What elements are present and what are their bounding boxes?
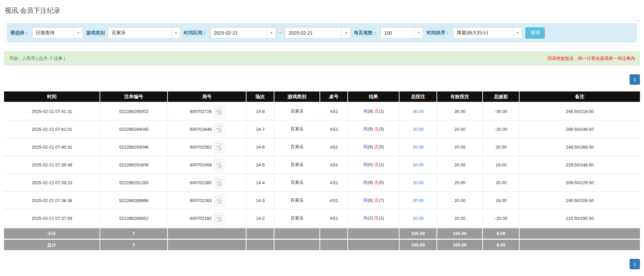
cell-round-no: 600702263 [168, 192, 247, 209]
page-size-label: 每页笔数： [354, 30, 377, 36]
video-replay-button[interactable] [214, 123, 224, 135]
cell-time: 2025-02-21 07:41:01 [4, 120, 100, 138]
page-size-dropdown[interactable]: 100 ▼ [380, 27, 423, 39]
video-file-icon [216, 143, 222, 151]
total-bet-link[interactable]: 20.00 [413, 127, 424, 132]
cell-payout: 19.00 [483, 192, 520, 209]
grand-total-count: 7 [100, 239, 168, 250]
cell-total-bet: 20.00 [400, 209, 437, 227]
chevron-down-icon: ▼ [513, 28, 522, 38]
time-sort-dropdown[interactable]: 降冪(由大到小) ▼ [453, 27, 522, 39]
chevron-down-icon: ▼ [341, 28, 350, 38]
cell-payout: 19.00 [483, 156, 520, 174]
cell-result: 闲(8) 庄(5) [348, 174, 400, 192]
table-row: 2025-02-21 07:41:31 522286295002 6007027… [4, 103, 640, 120]
video-file-icon [216, 196, 222, 204]
banker-result-label: 庄 [374, 180, 379, 185]
cell-time: 2025-02-21 07:37:59 [4, 209, 100, 227]
cell-payout: 20.00 [483, 174, 520, 192]
select-type-label: 请选择： [10, 30, 29, 36]
date-range-label: 时间区间： [184, 30, 207, 36]
cell-time: 2025-02-21 07:39:49 [4, 156, 100, 174]
cell-remark: 210.50/190.50 [520, 209, 640, 227]
query-type-dropdown[interactable]: 日期查询 ▼ [32, 27, 83, 39]
cell-game-type: 百家乐 [274, 120, 320, 138]
header-bet-no: 注单编号 [100, 91, 168, 103]
subtotal-count: 7 [100, 227, 168, 239]
video-replay-button[interactable] [214, 105, 224, 118]
cell-total-bet: 30.00 [400, 103, 437, 120]
cell-time: 2025-02-21 07:40:31 [4, 138, 100, 156]
cell-total-bet: 20.00 [400, 138, 437, 156]
cell-payout: -20.00 [483, 120, 520, 138]
cell-game-type: 百家乐 [274, 103, 320, 120]
time-sort-value: 降冪(由大到小) [453, 28, 513, 38]
cell-table-no: AS1 [320, 192, 348, 209]
cell-valid-bet: 20.00 [437, 138, 483, 156]
cell-result: 闲(8) 庄(1) [348, 103, 400, 120]
video-file-icon [216, 214, 222, 222]
player-result-label: 闲 [363, 144, 368, 149]
cell-game-type: 百家乐 [274, 156, 320, 174]
pagination-bottom: 1 [4, 259, 640, 269]
page-1-button[interactable]: 1 [630, 259, 640, 269]
summary-bar: 币别：人民币 | 总共 :7 注单 | 同局有效投注，统一计算在该局第一张注单内 [4, 51, 640, 66]
total-bet-link[interactable]: 20.00 [413, 180, 424, 185]
cell-total-bet: 20.00 [400, 192, 437, 209]
cell-session: 14-5 [247, 156, 274, 174]
table-footer: 小计 7 150.00 150.00 8.00 总计 7 150.00 150.… [4, 227, 640, 250]
cell-total-bet: 20.00 [400, 174, 437, 192]
cell-payout: -20.00 [483, 209, 520, 227]
cell-result: 闲(6) 庄(7) [348, 192, 400, 209]
chevron-down-icon: ▼ [171, 28, 180, 38]
total-bet-link[interactable]: 20.00 [413, 216, 424, 221]
banker-result-label: 庄 [374, 162, 379, 167]
header-total-bet: 总投注 [400, 91, 437, 103]
chevron-down-icon: ▼ [414, 28, 423, 38]
video-replay-button[interactable] [214, 159, 224, 171]
video-file-icon [216, 107, 222, 115]
bet-records-table: 时间 注单编号 局号 场次 游戏类别 桌号 结果 总投注 有效投注 总派彩 备注… [4, 91, 640, 250]
header-time: 时间 [4, 91, 100, 103]
cell-round-no: 600702726 [168, 103, 247, 120]
total-bet-link[interactable]: 20.00 [413, 198, 424, 203]
video-replay-button[interactable] [214, 141, 224, 153]
cell-table-no: AS1 [320, 174, 348, 192]
page-size-value: 100 [381, 28, 414, 38]
date-to-dropdown[interactable]: 2025-02-21 ▼ [285, 27, 351, 39]
video-file-icon [216, 179, 222, 187]
cell-result: 闲(9) 庄(3) [348, 120, 400, 138]
cell-valid-bet: 20.00 [437, 120, 483, 138]
time-sort-label: 时间排序： [426, 30, 450, 36]
cell-valid-bet: 20.00 [437, 174, 483, 192]
video-replay-button[interactable] [214, 212, 224, 225]
game-type-dropdown[interactable]: 百家乐 ▼ [108, 27, 181, 39]
total-bet-link[interactable]: 30.00 [413, 109, 424, 114]
cell-result: 闲(0) 庄(1) [348, 156, 400, 174]
page: 视讯 会员下注纪录 请选择： 日期查询 ▼ 游戏类别 百家乐 ▼ 时间区间： 2… [0, 0, 644, 276]
cell-game-type: 百家乐 [274, 192, 320, 209]
cell-remark: 209.50/229.50 [520, 174, 640, 192]
cell-game-type: 百家乐 [274, 209, 320, 227]
cell-remark: 268.50/248.50 [520, 120, 640, 138]
player-result-label: 闲 [363, 126, 368, 131]
pagination-top: 1 [4, 74, 640, 85]
video-file-icon [216, 125, 222, 133]
header-payout: 总派彩 [483, 91, 520, 103]
video-replay-button[interactable] [214, 194, 224, 207]
cell-bet-no: 522286293046 [100, 138, 168, 156]
filter-bar: 请选择： 日期查询 ▼ 游戏类别 百家乐 ▼ 时间区间： 2025-02-21 … [7, 23, 637, 43]
subtotal-row: 小计 7 150.00 150.00 8.00 [4, 227, 640, 239]
header-remark: 备注 [520, 91, 640, 103]
total-bet-link[interactable]: 20.00 [413, 145, 424, 150]
search-button[interactable]: 查询 [525, 27, 545, 39]
cell-round-no: 600702380 [168, 174, 247, 192]
cell-session: 14-7 [247, 120, 274, 138]
date-from-dropdown[interactable]: 2025-02-21 ▼ [210, 27, 276, 39]
table-row: 2025-02-21 07:40:31 522286293046 6007025… [4, 138, 640, 156]
page-1-button[interactable]: 1 [630, 74, 640, 85]
table-row: 2025-02-21 07:39:23 522286291283 6007023… [4, 174, 640, 192]
cell-payout: 20.00 [483, 138, 520, 156]
total-bet-link[interactable]: 20.00 [413, 162, 424, 167]
video-replay-button[interactable] [214, 176, 224, 189]
